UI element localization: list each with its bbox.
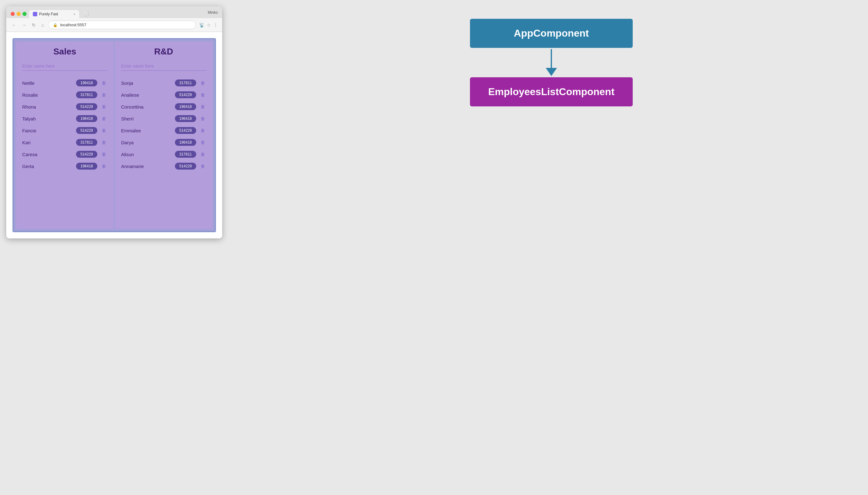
employee-badge: 196418 bbox=[175, 103, 196, 110]
arrow-connector bbox=[546, 49, 557, 76]
employee-badge: 196418 bbox=[175, 139, 196, 146]
employee-badge: 514229 bbox=[175, 91, 196, 98]
delete-icon[interactable]: 🗑 bbox=[100, 80, 107, 86]
sales-title: Sales bbox=[22, 47, 107, 57]
delete-icon[interactable]: 🗑 bbox=[100, 151, 107, 157]
address-bar-row: ← → ↻ ⌂ 🔒 localhost:5557 📡 ☆ ⋮ bbox=[6, 18, 222, 32]
table-row: Emmalee 514229 🗑 bbox=[121, 124, 206, 136]
employee-name: Concettina bbox=[121, 104, 172, 109]
table-row: Alisun 317811 🗑 bbox=[121, 148, 206, 160]
forward-button[interactable]: → bbox=[21, 22, 28, 28]
menu-icon[interactable]: ⋮ bbox=[214, 22, 218, 28]
employee-name: Rosalie bbox=[22, 92, 73, 98]
employee-badge: 514229 bbox=[76, 103, 97, 110]
employee-badge: 317811 bbox=[76, 139, 97, 146]
delete-icon[interactable]: 🗑 bbox=[199, 127, 206, 134]
tab-favicon bbox=[33, 12, 37, 16]
delete-icon[interactable]: 🗑 bbox=[199, 163, 206, 169]
browser-user: Minko bbox=[208, 10, 218, 17]
table-row: Nettle 196418 🗑 bbox=[22, 77, 107, 89]
url-text: localhost:5557 bbox=[60, 22, 86, 27]
address-icons: 📡 ☆ ⋮ bbox=[199, 22, 218, 28]
table-row: Sherri 196418 🗑 bbox=[121, 113, 206, 124]
back-button[interactable]: ← bbox=[11, 22, 18, 28]
minimize-light[interactable] bbox=[17, 12, 21, 16]
employee-badge: 514229 bbox=[76, 151, 97, 158]
close-light[interactable] bbox=[11, 12, 15, 16]
sales-name-input[interactable] bbox=[22, 62, 107, 71]
lock-icon: 🔒 bbox=[53, 23, 57, 27]
table-row: Gerta 196418 🗑 bbox=[22, 160, 107, 172]
delete-icon[interactable]: 🗑 bbox=[199, 151, 206, 157]
table-row: Fancie 514229 🗑 bbox=[22, 124, 107, 136]
tab-label: Purely Fast bbox=[39, 12, 58, 16]
app-component-box: AppComponent bbox=[470, 19, 633, 48]
table-row: Darya 196418 🗑 bbox=[121, 136, 206, 148]
delete-icon[interactable]: 🗑 bbox=[199, 104, 206, 110]
sales-panel: Sales Nettle 196418 🗑 Rosalie 317811 🗑 R… bbox=[16, 41, 114, 229]
table-row: Caresa 514229 🗑 bbox=[22, 148, 107, 160]
employee-name: Caresa bbox=[22, 152, 73, 157]
employee-badge: 196418 bbox=[76, 80, 97, 86]
table-row: Concettina 196418 🗑 bbox=[121, 101, 206, 113]
employee-name: Alisun bbox=[121, 152, 172, 157]
delete-icon[interactable]: 🗑 bbox=[100, 116, 107, 122]
employee-badge: 196418 bbox=[76, 115, 97, 122]
table-row: Rosalie 317811 🗑 bbox=[22, 89, 107, 101]
sales-employee-list: Nettle 196418 🗑 Rosalie 317811 🗑 Rhona 5… bbox=[22, 77, 107, 172]
home-button[interactable]: ⌂ bbox=[40, 22, 45, 28]
delete-icon[interactable]: 🗑 bbox=[100, 104, 107, 110]
browser-content: Sales Nettle 196418 🗑 Rosalie 317811 🗑 R… bbox=[6, 32, 222, 238]
employee-name: Nettle bbox=[22, 81, 73, 86]
employee-name: Gerta bbox=[22, 164, 73, 169]
table-row: Kari 317811 🗑 bbox=[22, 136, 107, 148]
arrow-head bbox=[546, 68, 557, 76]
table-row: Annamarie 514229 🗑 bbox=[121, 160, 206, 172]
maximize-light[interactable] bbox=[22, 12, 27, 16]
rnd-employee-list: Sonja 317811 🗑 Analiese 514229 🗑 Concett… bbox=[121, 77, 206, 172]
tab-close-button[interactable]: × bbox=[73, 12, 75, 16]
arrow-line bbox=[551, 49, 552, 68]
employee-name: Rhona bbox=[22, 104, 73, 109]
employee-name: Emmalee bbox=[121, 128, 172, 133]
rnd-name-input[interactable] bbox=[121, 62, 206, 71]
delete-icon[interactable]: 🗑 bbox=[100, 163, 107, 169]
new-tab-button[interactable]: ⬜ bbox=[81, 10, 92, 18]
delete-icon[interactable]: 🗑 bbox=[199, 116, 206, 122]
employee-badge: 514229 bbox=[175, 163, 196, 170]
employee-name: Sonja bbox=[121, 81, 172, 86]
employee-name: Fancie bbox=[22, 128, 73, 133]
reload-button[interactable]: ↻ bbox=[31, 22, 37, 28]
employee-name: Kari bbox=[22, 140, 73, 145]
address-field[interactable]: 🔒 localhost:5557 bbox=[48, 21, 196, 29]
delete-icon[interactable]: 🗑 bbox=[199, 92, 206, 98]
employee-name: Darya bbox=[121, 140, 172, 145]
employee-badge: 196418 bbox=[76, 163, 97, 170]
active-tab[interactable]: Purely Fast × bbox=[29, 10, 79, 18]
rnd-panel: R&D Sonja 317811 🗑 Analiese 514229 🗑 Con… bbox=[115, 41, 212, 229]
delete-icon[interactable]: 🗑 bbox=[100, 139, 107, 146]
employee-name: Sherri bbox=[121, 116, 172, 121]
employee-name: Annamarie bbox=[121, 164, 172, 169]
tab-bar: Purely Fast × ⬜ bbox=[29, 10, 205, 18]
browser-titlebar: Purely Fast × ⬜ Minko bbox=[6, 6, 222, 18]
employee-badge: 317811 bbox=[175, 80, 196, 86]
delete-icon[interactable]: 🗑 bbox=[199, 139, 206, 146]
table-row: Analiese 514229 🗑 bbox=[121, 89, 206, 101]
bookmark-icon[interactable]: ☆ bbox=[207, 22, 211, 28]
table-row: Talyah 196418 🗑 bbox=[22, 113, 107, 124]
rnd-title: R&D bbox=[121, 47, 206, 57]
table-row: Sonja 317811 🗑 bbox=[121, 77, 206, 89]
delete-icon[interactable]: 🗑 bbox=[199, 80, 206, 86]
employee-name: Talyah bbox=[22, 116, 73, 121]
employee-badge: 514229 bbox=[175, 127, 196, 134]
app-container: Sales Nettle 196418 🗑 Rosalie 317811 🗑 R… bbox=[13, 38, 216, 232]
table-row: Rhona 514229 🗑 bbox=[22, 101, 107, 113]
diagram-area: AppComponent EmployeesListComponent bbox=[241, 6, 862, 119]
delete-icon[interactable]: 🗑 bbox=[100, 92, 107, 98]
app-component-label: AppComponent bbox=[514, 28, 589, 39]
delete-icon[interactable]: 🗑 bbox=[100, 127, 107, 134]
employee-badge: 196418 bbox=[175, 115, 196, 122]
employees-component-label: EmployeesListComponent bbox=[488, 86, 615, 98]
browser-window: Purely Fast × ⬜ Minko ← → ↻ ⌂ 🔒 localhos… bbox=[6, 6, 222, 238]
